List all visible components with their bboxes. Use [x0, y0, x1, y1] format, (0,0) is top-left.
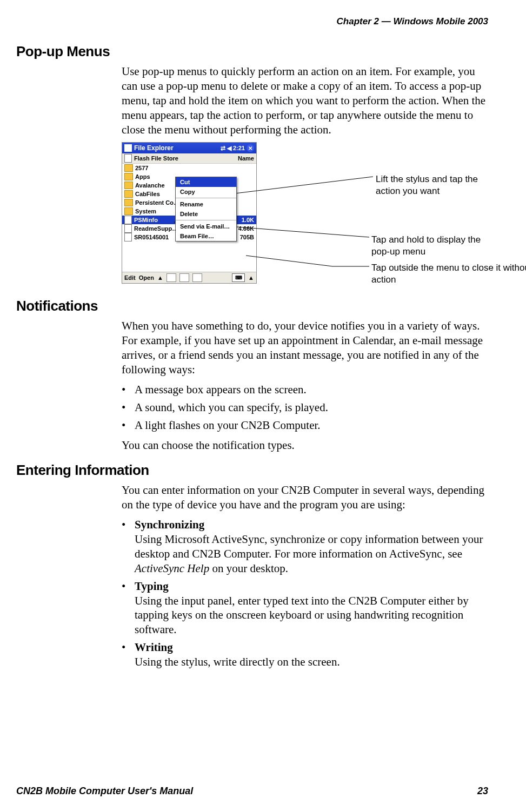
device-screenshot: File Explorer ⇄ ◀ 2:21 ✕ Flash File Stor…: [122, 142, 257, 284]
entry-body: Using Microsoft ActiveSync, synchronize …: [135, 533, 483, 560]
notifications-paragraph: When you have something to do, your devi…: [122, 319, 488, 377]
menu-separator: [176, 198, 236, 198]
running-header: Chapter 2 — Windows Mobile 2003: [16, 16, 488, 27]
up-icon: ▲: [248, 274, 254, 281]
start-icon: [124, 144, 132, 152]
edit-menu: Edit: [124, 274, 136, 281]
bullet-item: Writing Using the stylus, write directly…: [122, 640, 488, 669]
close-icon: ✕: [247, 144, 254, 152]
notifications-bullets: A message box appears on the screen. A s…: [122, 382, 488, 433]
svg-line-2: [246, 256, 332, 266]
up-icon: ▲: [157, 274, 163, 281]
menu-item-cut: Cut: [176, 177, 236, 187]
entry-head: Typing: [135, 580, 169, 593]
heading-entering-information: Entering Information: [16, 462, 488, 479]
footer-manual-title: CN2B Mobile Computer User's Manual: [16, 786, 193, 797]
toolbar-icon: [179, 273, 189, 282]
entering-list: Synchronizing Using Microsoft ActiveSync…: [122, 518, 488, 669]
context-menu: Cut Copy Rename Delete Send via E-mail… …: [175, 177, 237, 241]
entry-body: Using the input panel, enter typed text …: [135, 594, 469, 636]
folder-icon: [124, 182, 133, 189]
callout-tap-action: Lift the stylus and tap the action you w…: [376, 173, 488, 197]
list-item: 2577: [122, 164, 256, 172]
folder-icon: [124, 190, 133, 198]
sort-label: Name: [238, 155, 254, 162]
folder-icon: [124, 207, 133, 215]
heading-popup-menus: Pop-up Menus: [16, 43, 488, 60]
bullet-item: A light flashes on your CN2B Computer.: [122, 418, 488, 433]
entry-italic: ActiveSync Help: [135, 562, 209, 575]
callout-tap-hold: Tap and hold to display the pop-up menu: [371, 234, 488, 257]
file-icon: [124, 233, 132, 241]
location-bar: Flash File Store Name: [122, 153, 256, 164]
bullet-item: A sound, which you can specify, is playe…: [122, 400, 488, 415]
status-icons: ⇄ ◀ 2:21 ✕: [221, 144, 254, 152]
folder-icon: [124, 199, 133, 206]
file-icon: [124, 224, 132, 233]
file-name: 2577: [135, 165, 254, 171]
open-menu: Open: [139, 274, 154, 281]
toolbar-icon: [167, 273, 176, 282]
entry-head: Writing: [135, 641, 173, 654]
entering-paragraph: You can enter information on your CN2B C…: [122, 483, 488, 512]
bullet-item: Typing Using the input panel, enter type…: [122, 579, 488, 637]
notifications-after: You can choose the notification types.: [122, 438, 488, 453]
entry-body: Using the stylus, write directly on the …: [135, 655, 340, 668]
command-bar: Edit Open ▲ ⌨ ▲: [122, 272, 256, 283]
menu-separator: [176, 220, 236, 220]
bullet-item: Synchronizing Using Microsoft ActiveSync…: [122, 518, 488, 576]
connectivity-icon: ⇄: [221, 145, 225, 152]
heading-notifications: Notifications: [16, 298, 488, 314]
menu-item-copy: Copy: [176, 187, 236, 197]
entry-body-b: on your desktop.: [209, 562, 288, 575]
file-list: 2577 Apps Avalanche CabFiles Persistent …: [122, 164, 256, 272]
menu-item-rename: Rename: [176, 199, 236, 209]
figure-popup-menu: File Explorer ⇄ ◀ 2:21 ✕ Flash File Stor…: [122, 142, 488, 288]
clock: 2:21: [233, 145, 245, 151]
app-title: File Explorer: [134, 144, 174, 152]
toolbar-icon: [192, 273, 202, 282]
titlebar: File Explorer ⇄ ◀ 2:21 ✕: [122, 143, 256, 153]
entry-head: Synchronizing: [135, 518, 204, 531]
bullet-item: A message box appears on the screen.: [122, 382, 488, 397]
menu-item-beam: Beam File…: [176, 231, 236, 241]
location-label: Flash File Store: [134, 155, 178, 162]
folder-icon: [124, 173, 133, 180]
callout-tap-outside: Tap outside the menu to close it without…: [371, 262, 526, 285]
menu-item-delete: Delete: [176, 209, 236, 219]
file-icon: [124, 216, 132, 224]
card-icon: [124, 154, 132, 163]
page-number: 23: [477, 786, 488, 797]
folder-icon: [124, 164, 133, 172]
menu-item-send-email: Send via E-mail…: [176, 222, 236, 231]
popup-paragraph: Use pop-up menus to quickly perform an a…: [122, 64, 488, 137]
volume-icon: ◀: [227, 145, 231, 152]
sip-icon: ⌨: [232, 273, 245, 282]
